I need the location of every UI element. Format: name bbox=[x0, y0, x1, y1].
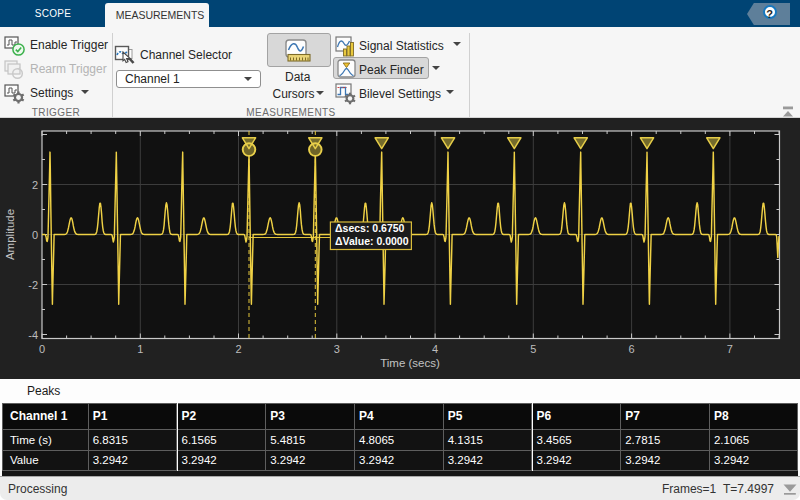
svg-text:2: 2 bbox=[32, 179, 38, 191]
svg-text:4: 4 bbox=[432, 343, 438, 355]
svg-text:5: 5 bbox=[530, 343, 536, 355]
svg-text:Time (secs): Time (secs) bbox=[380, 357, 440, 369]
svg-text:-4: -4 bbox=[28, 329, 38, 341]
svg-text:2: 2 bbox=[235, 343, 241, 355]
svg-text:0: 0 bbox=[39, 343, 45, 355]
svg-text:1: 1 bbox=[137, 343, 143, 355]
svg-text:Δsecs: 0.6750: Δsecs: 0.6750 bbox=[335, 222, 405, 234]
svg-text:-2: -2 bbox=[28, 279, 38, 291]
svg-text:6: 6 bbox=[629, 343, 635, 355]
svg-text:Amplitude: Amplitude bbox=[4, 209, 16, 260]
svg-text:7: 7 bbox=[727, 343, 733, 355]
svg-text:ΔValue: 0.0000: ΔValue: 0.0000 bbox=[335, 235, 409, 247]
svg-text:0: 0 bbox=[32, 229, 38, 241]
svg-text:3: 3 bbox=[334, 343, 340, 355]
